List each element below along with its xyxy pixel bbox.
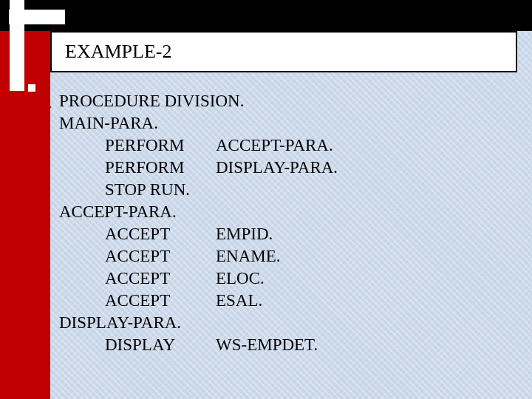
top-black-bar	[0, 0, 532, 31]
left-red-bar	[0, 0, 50, 399]
code-keyword: ACCEPT	[105, 267, 216, 290]
white-stripe-horizontal	[9, 10, 65, 24]
code-line: DISPLAY-PARA.	[59, 312, 181, 334]
title-text: EXAMPLE-2	[65, 41, 171, 63]
code-keyword: PERFORM	[105, 134, 216, 157]
title-box: EXAMPLE-2	[50, 31, 517, 72]
code-arg: ELOC.	[216, 267, 265, 290]
code-arg: DISPLAY-PARA.	[216, 157, 338, 179]
code-line: ACCEPT-PARA.	[59, 201, 177, 223]
slide: EXAMPLE-2 PROCEDURE DIVISION. MAIN-PARA.…	[0, 0, 532, 399]
code-line: MAIN-PARA.	[59, 112, 158, 134]
sub-bullet-arrow-icon	[33, 100, 52, 111]
code-keyword: DISPLAY	[105, 334, 216, 356]
code-keyword: ACCEPT	[105, 245, 216, 267]
code-arg: WS-EMPDET.	[216, 334, 318, 356]
code-arg: ACCEPT-PARA.	[216, 134, 333, 157]
code-line: PROCEDURE DIVISION.	[59, 90, 244, 112]
code-arg: ESAL.	[216, 290, 262, 312]
code-keyword: PERFORM	[105, 157, 216, 179]
code-arg: EMPID.	[216, 223, 273, 245]
code-keyword: ACCEPT	[105, 290, 216, 312]
code-arg: ENAME.	[216, 245, 281, 267]
code-keyword: ACCEPT	[105, 223, 216, 245]
code-block: PROCEDURE DIVISION. MAIN-PARA. PERFORMAC…	[59, 90, 517, 356]
code-keyword: STOP RUN.	[105, 179, 216, 201]
bullet-square-icon	[27, 83, 37, 93]
